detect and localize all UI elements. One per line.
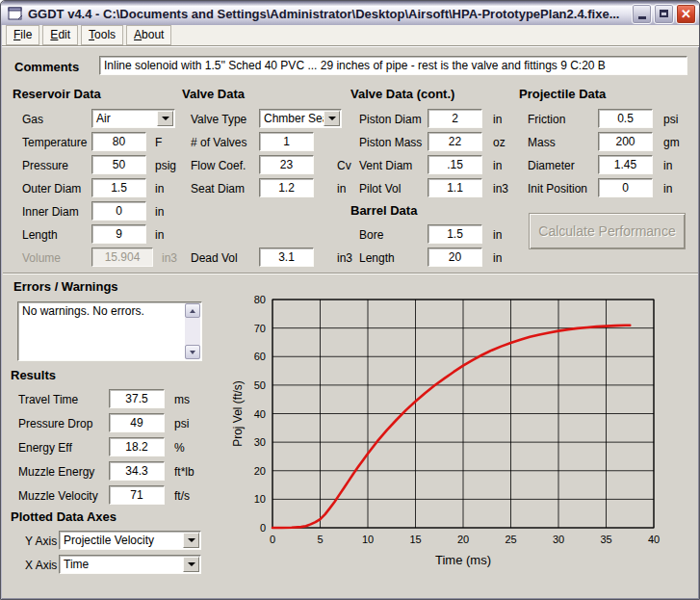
errors-text: No warnings. No errors.: [22, 304, 184, 318]
title-bar[interactable]: GGDT v4.4 - C:\Documents and Settings\Ad…: [1, 1, 700, 25]
piston-diam-input[interactable]: [428, 109, 482, 128]
muzzle-velocity-label: Muzzle Velocity: [18, 489, 98, 503]
num-valves-input[interactable]: [259, 132, 314, 151]
vent-diam-input[interactable]: [428, 155, 482, 174]
travel-time-label: Travel Time: [18, 393, 78, 406]
errors-scrollbar[interactable]: [185, 303, 200, 359]
num-valves-label: # of Valves: [191, 136, 246, 149]
seat-diam-input[interactable]: [259, 178, 314, 197]
dead-vol-label: Dead Vol: [191, 251, 238, 265]
errors-textarea[interactable]: No warnings. No errors.: [17, 301, 202, 361]
pressure-drop-field[interactable]: [109, 413, 165, 432]
flow-coef-label: Flow Coef.: [191, 159, 246, 172]
dead-vol-input[interactable]: [259, 248, 314, 267]
pressure-label: Pressure: [22, 159, 68, 172]
scroll-down-button[interactable]: [185, 345, 200, 359]
init-position-input[interactable]: [598, 178, 653, 197]
minimize-icon: [638, 16, 646, 19]
svg-text:30: 30: [553, 534, 564, 545]
travel-time-field[interactable]: [109, 389, 165, 408]
section-divider: [3, 273, 698, 274]
svg-text:0: 0: [270, 534, 275, 545]
svg-text:40: 40: [648, 534, 660, 545]
res-length-input[interactable]: [91, 224, 146, 244]
vent-diam-unit: in: [493, 159, 502, 172]
init-position-label: Init Position: [528, 182, 587, 196]
outer-diam-input[interactable]: [91, 178, 146, 197]
svg-text:30: 30: [254, 436, 266, 448]
svg-text:5: 5: [317, 534, 323, 545]
comments-label: Comments: [14, 60, 79, 74]
inner-diam-input[interactable]: [91, 201, 146, 221]
temperature-input[interactable]: [91, 132, 146, 151]
projectile-section-title: Projectile Data: [519, 87, 606, 101]
energy-eff-unit: %: [174, 441, 185, 455]
app-window: GGDT v4.4 - C:\Documents and Settings\Ad…: [0, 0, 700, 600]
temperature-label: Temperature: [22, 136, 87, 149]
travel-time-unit: ms: [174, 393, 190, 406]
x-axis-select[interactable]: Time: [59, 555, 201, 574]
gas-select[interactable]: Air: [91, 109, 175, 128]
menu-edit[interactable]: Edit: [42, 25, 78, 45]
outer-diam-label: Outer Diam: [22, 182, 81, 196]
res-length-label: Length: [22, 228, 58, 242]
x-axis-label: X Axis: [25, 559, 57, 572]
y-axis-label: Y Axis: [25, 535, 57, 548]
svg-text:40: 40: [254, 408, 266, 420]
svg-text:0: 0: [260, 522, 266, 534]
calculate-performance-button[interactable]: Calculate Performance: [529, 213, 686, 249]
gas-value: Air: [92, 112, 157, 125]
svg-text:Time (ms): Time (ms): [435, 553, 491, 567]
bore-unit: in: [493, 228, 502, 242]
muzzle-energy-field[interactable]: [109, 461, 165, 481]
valve-type-select[interactable]: Chmber Seal: [259, 109, 342, 128]
x-axis-dropdown-button[interactable]: [183, 557, 199, 572]
barrel-length-label: Length: [359, 251, 395, 265]
svg-text:Proj Vel (ft/s): Proj Vel (ft/s): [232, 380, 245, 447]
close-button[interactable]: ✕: [676, 4, 696, 24]
svg-text:25: 25: [505, 534, 516, 545]
pressure-unit: psig: [155, 159, 176, 172]
energy-eff-field[interactable]: [109, 437, 165, 457]
gas-dropdown-button[interactable]: [157, 111, 173, 126]
friction-input[interactable]: [598, 109, 653, 128]
arrow-down-icon: [190, 351, 195, 354]
seat-diam-unit: in: [337, 182, 346, 196]
minimize-button[interactable]: [632, 4, 652, 24]
chevron-down-icon: [328, 117, 336, 120]
inner-diam-unit: in: [155, 205, 164, 219]
menu-tools[interactable]: Tools: [81, 25, 123, 45]
arrow-up-icon: [190, 309, 195, 313]
menu-about[interactable]: About: [126, 25, 171, 45]
vent-diam-label: Vent Diam: [359, 159, 412, 172]
menu-file[interactable]: File: [6, 25, 39, 45]
barrel-section-title: Barrel Data: [350, 203, 417, 218]
reservoir-section-title: Reservoir Data: [13, 87, 101, 101]
maximize-icon: [660, 10, 668, 17]
valve-type-dropdown-button[interactable]: [324, 111, 340, 126]
barrel-length-input[interactable]: [428, 248, 482, 267]
y-axis-value: Projectile Velocity: [60, 534, 183, 547]
piston-mass-input[interactable]: [428, 132, 482, 151]
y-axis-dropdown-button[interactable]: [183, 533, 199, 548]
pressure-input[interactable]: [91, 155, 146, 174]
comments-input[interactable]: [99, 56, 687, 75]
proj-diameter-input[interactable]: [598, 155, 653, 174]
valve-section-title: Valve Data: [182, 87, 245, 101]
svg-text:20: 20: [457, 534, 469, 545]
results-section-title: Results: [11, 368, 56, 382]
flow-coef-input[interactable]: [259, 155, 314, 174]
chevron-down-icon: [188, 562, 195, 566]
volume-unit: in3: [162, 251, 177, 265]
proj-mass-input[interactable]: [598, 132, 653, 151]
piston-mass-unit: oz: [493, 136, 506, 149]
pilot-vol-input[interactable]: [428, 178, 482, 197]
volume-label: Volume: [22, 251, 61, 265]
y-axis-select[interactable]: Projectile Velocity: [59, 531, 201, 550]
svg-text:50: 50: [254, 379, 266, 391]
scroll-up-button[interactable]: [185, 303, 200, 318]
maximize-button[interactable]: [654, 4, 674, 24]
bore-input[interactable]: [428, 224, 482, 244]
chart-svg: 051015202530354001020304050607080Time (m…: [232, 283, 696, 596]
muzzle-velocity-field[interactable]: [109, 485, 165, 505]
